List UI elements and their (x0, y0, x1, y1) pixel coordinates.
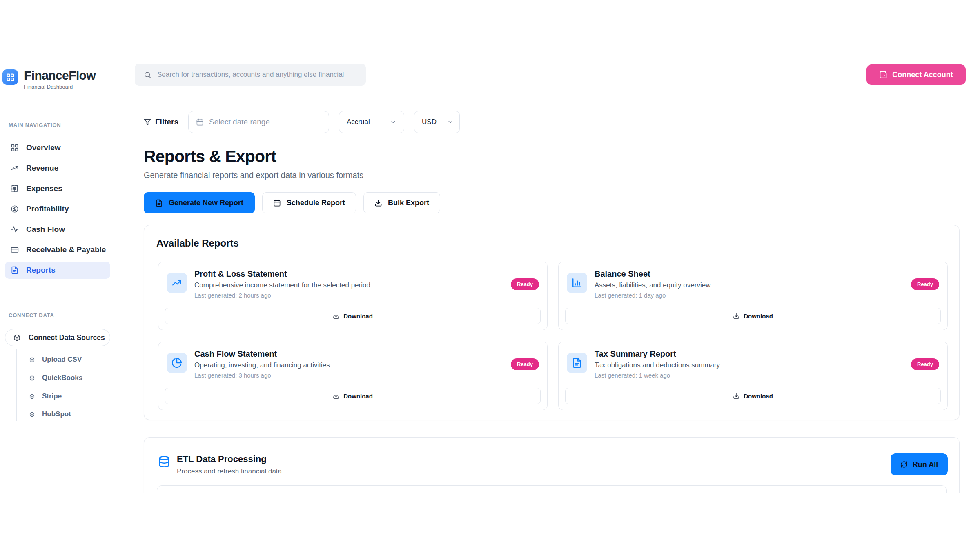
receipt-icon (11, 184, 19, 193)
currency-select[interactable]: USD (414, 111, 460, 133)
sidebar-item-label: Cash Flow (26, 225, 65, 234)
cube-icon (29, 375, 35, 381)
cube-icon (29, 394, 35, 399)
accounting-basis-value: Accrual (347, 118, 370, 126)
download-button[interactable]: Download (165, 308, 541, 324)
report-last-generated: Last generated: 2 hours ago (194, 292, 370, 299)
dollar-circle-icon (11, 205, 19, 213)
run-all-button[interactable]: Run All (891, 453, 948, 475)
sidebar-item-label: Expenses (26, 184, 62, 193)
sidebar-item-hubspot[interactable]: HubSpot (29, 408, 71, 420)
download-icon (333, 313, 339, 319)
trending-up-icon (11, 164, 19, 172)
file-text-icon (567, 353, 587, 373)
sidebar-item-profitability[interactable]: Profitability (5, 200, 110, 218)
sidebar-item-stripe[interactable]: Stripe (29, 390, 62, 402)
download-button[interactable]: Download (565, 308, 941, 324)
sidebar-item-revenue[interactable]: Revenue (5, 160, 110, 177)
connect-data-sources-label: Connect Data Sources (29, 333, 105, 342)
report-card-head: Profit & Loss Statement Comprehensive in… (158, 262, 547, 299)
download-label: Download (744, 313, 773, 320)
brand-text: FinanceFlow Financial Dashboard (24, 69, 96, 90)
currency-value: USD (422, 118, 437, 126)
date-range-placeholder: Select date range (209, 118, 270, 127)
report-card-tax-summary: Tax Summary Report Tax obligations and d… (558, 342, 948, 410)
download-icon (733, 313, 739, 319)
app-tagline: Financial Dashboard (24, 84, 96, 90)
download-icon (733, 393, 739, 399)
sidebar-item-label: Receivable & Payable (26, 245, 106, 254)
connect-data-label: CONNECT DATA (9, 312, 54, 318)
wallet-icon (879, 71, 887, 79)
funnel-icon (144, 118, 151, 126)
date-range-input[interactable]: Select date range (188, 111, 329, 133)
download-label: Download (343, 313, 373, 320)
app-logo-icon (2, 69, 18, 85)
report-description: Tax obligations and deductions summary (595, 361, 720, 369)
sidebar-item-overview[interactable]: Overview (5, 139, 110, 156)
etl-subtitle: Process and refresh financial data (177, 467, 282, 475)
report-description: Assets, liabilities, and equity overview (595, 281, 710, 289)
filter-row: Filters Select date range Accrual USD (144, 111, 460, 133)
generate-new-report-label: Generate New Report (169, 199, 243, 207)
connect-account-button[interactable]: Connect Account (866, 64, 966, 85)
schedule-report-label: Schedule Report (287, 199, 345, 207)
connect-data-sources-button[interactable]: Connect Data Sources (5, 329, 110, 346)
download-label: Download (744, 393, 773, 400)
sidebar-divider (123, 61, 123, 493)
report-card-head: Balance Sheet Assets, liabilities, and e… (559, 262, 947, 299)
action-buttons: Generate New Report Schedule Report Bulk… (144, 192, 440, 213)
sidebar-item-expenses[interactable]: Expenses (5, 180, 110, 197)
available-reports-section: Available Reports Profit & Loss Statemen… (144, 225, 960, 420)
report-title: Tax Summary Report (595, 349, 720, 359)
search-input[interactable] (157, 71, 360, 79)
accounting-basis-select[interactable]: Accrual (339, 111, 404, 133)
report-description: Comprehensive income statement for the s… (194, 281, 370, 289)
generate-new-report-button[interactable]: Generate New Report (144, 192, 255, 213)
app-title: FinanceFlow (24, 69, 96, 82)
sidebar-item-reports[interactable]: Reports (5, 262, 110, 279)
sidebar: FinanceFlow Financial Dashboard MAIN NAV… (0, 0, 123, 493)
app-canvas: FinanceFlow Financial Dashboard MAIN NAV… (0, 0, 980, 551)
sidebar-item-label: Revenue (26, 164, 58, 173)
pie-chart-icon (167, 353, 187, 373)
sidebar-item-upload-csv[interactable]: Upload CSV (29, 353, 82, 366)
run-all-label: Run All (913, 460, 938, 469)
etl-head: ETL Data Processing Process and refresh … (158, 454, 282, 475)
report-card-text: Cash Flow Statement Operating, investing… (194, 349, 330, 379)
sidebar-item-receivable-payable[interactable]: Receivable & Payable (5, 241, 110, 258)
report-title: Cash Flow Statement (194, 349, 330, 359)
report-title: Profit & Loss Statement (194, 269, 370, 279)
etl-title: ETL Data Processing (177, 454, 282, 464)
download-button[interactable]: Download (565, 388, 941, 404)
page-subtitle: Generate financial reports and export da… (144, 171, 363, 180)
calendar-icon (196, 118, 204, 126)
download-button[interactable]: Download (165, 388, 541, 404)
brand: FinanceFlow Financial Dashboard (2, 69, 96, 90)
download-label: Download (343, 393, 373, 400)
source-label: Upload CSV (42, 355, 82, 364)
search-icon (144, 71, 151, 79)
report-last-generated: Last generated: 3 hours ago (194, 372, 330, 379)
etl-pipeline-panel (157, 485, 947, 493)
bulk-export-label: Bulk Export (388, 199, 429, 207)
global-search (135, 64, 366, 86)
schedule-report-button[interactable]: Schedule Report (262, 192, 356, 213)
sources-guide-line (16, 349, 17, 421)
bar-chart-icon (567, 273, 587, 293)
viewport-clip: FinanceFlow Financial Dashboard MAIN NAV… (0, 0, 980, 493)
bulk-export-button[interactable]: Bulk Export (363, 192, 440, 213)
sidebar-item-quickbooks[interactable]: QuickBooks (29, 372, 82, 384)
database-icon (158, 455, 170, 468)
chevron-down-icon (447, 119, 454, 125)
report-card-text: Tax Summary Report Tax obligations and d… (595, 349, 720, 379)
file-text-icon (11, 266, 19, 274)
sidebar-item-cash-flow[interactable]: Cash Flow (5, 221, 110, 238)
sidebar-item-label: Overview (26, 143, 61, 152)
report-card-balance-sheet: Balance Sheet Assets, liabilities, and e… (558, 262, 948, 330)
report-last-generated: Last generated: 1 week ago (595, 372, 720, 379)
cube-icon (13, 334, 20, 341)
filters-toggle[interactable]: Filters (144, 118, 178, 127)
report-card-cash-flow: Cash Flow Statement Operating, investing… (158, 342, 548, 410)
cube-icon (29, 412, 35, 417)
